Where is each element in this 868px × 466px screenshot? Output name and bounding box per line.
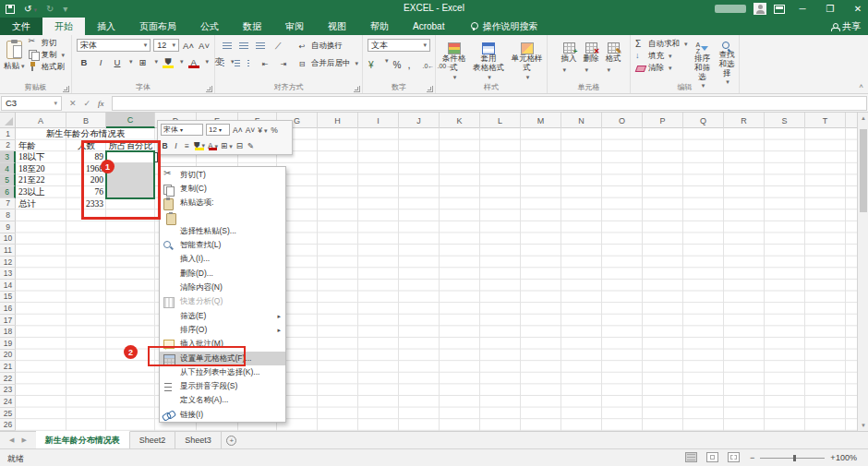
row-header-21[interactable]: 21 xyxy=(0,361,16,373)
row-header-20[interactable]: 20 xyxy=(0,350,16,362)
row-header-9[interactable]: 9 xyxy=(0,221,16,233)
mini-decrease-font-icon[interactable]: A˅ xyxy=(246,125,256,135)
orientation-icon[interactable]: ⟋ xyxy=(271,40,284,53)
context-menu-item-paste-options[interactable]: 粘贴选项: xyxy=(160,197,285,210)
ribbon-display-options-icon[interactable] xyxy=(774,5,785,14)
increase-decimal-icon[interactable] xyxy=(423,55,433,66)
column-header-K[interactable]: K xyxy=(440,113,480,128)
context-menu-item-define-name[interactable]: 定义名称(A)... xyxy=(160,394,285,408)
mini-merge-icon[interactable]: ⊟ xyxy=(235,141,244,150)
scroll-down-icon[interactable]: ▼ xyxy=(858,420,868,431)
font-size-combo[interactable]: 12▾ xyxy=(153,39,179,52)
row-header-15[interactable]: 15 xyxy=(0,292,16,304)
context-menu-item-sort[interactable]: 排序(O)▸ xyxy=(160,323,285,337)
new-sheet-button[interactable]: + xyxy=(222,432,242,448)
vertical-scrollbar[interactable]: ▲ ▼ xyxy=(857,113,868,431)
sheet-tab-active[interactable]: 新生年龄分布情况表 xyxy=(36,431,130,448)
column-header-T[interactable]: T xyxy=(805,113,846,128)
format-painter-button[interactable]: 格式刷 xyxy=(29,61,66,73)
row-header-3[interactable]: 3 xyxy=(0,151,16,163)
copy-button[interactable]: 复制▾ xyxy=(29,49,66,61)
context-menu-item-show-phonetic[interactable]: 显示拼音字段(S) xyxy=(160,379,285,393)
number-format-combo[interactable]: 文本▾ xyxy=(368,39,430,52)
row-header-25[interactable]: 25 xyxy=(0,408,16,420)
sheet-nav-left-icon[interactable]: ◀ xyxy=(9,436,14,444)
zoom-in-icon[interactable]: + xyxy=(830,453,835,462)
row-header-6[interactable]: 6 xyxy=(0,186,16,198)
row-header-26[interactable]: 26 xyxy=(0,419,16,431)
column-header-Q[interactable]: Q xyxy=(683,113,724,128)
autosum-button[interactable]: 自动求和▾ xyxy=(635,38,688,50)
tell-me-search[interactable]: 操作说明搜索 xyxy=(469,18,537,35)
alignment-dialog-launcher[interactable] xyxy=(354,86,360,92)
tab-帮助[interactable]: 帮助 xyxy=(358,18,401,35)
clear-button[interactable]: 清除▾ xyxy=(635,62,688,74)
row-header-1[interactable]: 1 xyxy=(0,128,16,140)
enter-icon[interactable]: ✓ xyxy=(84,99,91,108)
cancel-icon[interactable]: ✕ xyxy=(69,99,77,108)
underline-button[interactable]: U xyxy=(111,55,124,68)
row-header-19[interactable]: 19 xyxy=(0,338,16,350)
context-menu-item-pick-from-list[interactable]: 从下拉列表中选择(K)... xyxy=(160,365,285,379)
column-header-O[interactable]: O xyxy=(602,113,643,128)
column-header-L[interactable]: L xyxy=(480,113,521,128)
tab-file[interactable]: 文件 xyxy=(0,18,42,35)
font-dialog-launcher[interactable] xyxy=(206,86,212,92)
italic-button[interactable]: I xyxy=(94,55,107,68)
comma-style-icon[interactable] xyxy=(408,55,418,66)
decrease-indent-icon[interactable]: ⇤ xyxy=(259,57,271,70)
tab-审阅[interactable]: 审阅 xyxy=(273,18,316,35)
context-menu-item-smart-lookup[interactable]: 智能查找(L) xyxy=(160,238,285,252)
column-header-B[interactable]: B xyxy=(66,113,106,128)
clipboard-dialog-launcher[interactable] xyxy=(63,86,69,92)
close-button[interactable]: ✕ xyxy=(848,0,868,18)
align-left-icon[interactable] xyxy=(222,59,228,68)
context-menu-item-paste-option-button[interactable] xyxy=(160,210,285,224)
select-all-corner[interactable] xyxy=(0,113,16,128)
row-header-23[interactable]: 23 xyxy=(0,385,16,397)
column-header-M[interactable]: M xyxy=(521,113,561,128)
column-header-N[interactable]: N xyxy=(561,113,602,128)
percent-style-icon[interactable] xyxy=(393,55,404,66)
align-middle-icon[interactable] xyxy=(238,42,249,51)
paste-button[interactable]: 粘贴▾ xyxy=(4,37,25,73)
column-header-R[interactable]: R xyxy=(724,113,765,128)
font-name-combo[interactable]: 宋体▾ xyxy=(77,39,151,52)
scroll-up-icon[interactable]: ▲ xyxy=(858,113,868,124)
row-header-4[interactable]: 4 xyxy=(0,163,16,175)
wrap-text-button[interactable]: ↩自动换行 xyxy=(295,41,343,53)
tab-公式[interactable]: 公式 xyxy=(188,18,231,35)
tab-Acrobat[interactable]: Acrobat xyxy=(401,18,456,35)
name-box[interactable]: C3▾ xyxy=(1,96,62,111)
zoom-out-icon[interactable]: − xyxy=(750,453,754,462)
increase-indent-icon[interactable]: ⇥ xyxy=(277,57,290,70)
context-menu-item-insert[interactable]: 插入(I)... xyxy=(160,253,285,267)
normal-view-icon[interactable] xyxy=(685,452,697,462)
formula-input[interactable] xyxy=(112,96,867,111)
mini-font-color-icon[interactable]: A▾ xyxy=(208,141,218,150)
row-header-11[interactable]: 11 xyxy=(0,245,16,257)
bold-button[interactable]: B xyxy=(78,55,90,68)
column-header-J[interactable]: J xyxy=(399,113,440,128)
number-dialog-launcher[interactable] xyxy=(427,86,433,92)
tab-视图[interactable]: 视图 xyxy=(316,18,358,35)
insert-cells-button[interactable]: + 插入▾ xyxy=(561,39,577,74)
fill-button[interactable]: 填充▾ xyxy=(635,50,688,62)
increase-font-icon[interactable]: A˄ xyxy=(182,39,195,52)
sheet-tab-Sheet3[interactable]: Sheet3 xyxy=(175,432,222,448)
page-break-view-icon[interactable] xyxy=(728,452,740,462)
format-button[interactable]: ✎ 格式▾ xyxy=(606,39,621,74)
mini-increase-font-icon[interactable]: A˄ xyxy=(233,125,243,135)
context-menu-item-delete[interactable]: 删除(D)... xyxy=(160,267,285,281)
accounting-format-icon[interactable] xyxy=(368,55,379,66)
minimize-button[interactable]: ─ xyxy=(792,0,813,18)
context-menu-item-cut[interactable]: 剪切(T) xyxy=(160,168,285,182)
vertical-scroll-thumb[interactable] xyxy=(860,129,867,212)
cell-styles-button[interactable]: 单元格样式▾ xyxy=(509,39,545,81)
align-top-icon[interactable] xyxy=(222,42,233,51)
context-menu-item-format-cells[interactable]: 设置单元格格式(F)... xyxy=(160,352,285,365)
mini-fill-color-icon[interactable]: ⛊▾ xyxy=(194,140,205,150)
row-header-22[interactable]: 22 xyxy=(0,373,16,385)
tab-数据[interactable]: 数据 xyxy=(231,18,273,35)
format-as-table-button[interactable]: 套用 表格格式▾ xyxy=(472,39,505,81)
